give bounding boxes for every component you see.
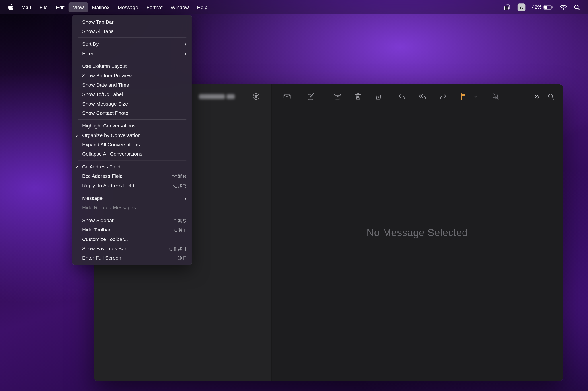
checkmark-icon: ✓ bbox=[73, 164, 82, 170]
checkmark-icon: ✓ bbox=[73, 133, 82, 138]
chevron-down-icon bbox=[473, 94, 478, 99]
reply-icon bbox=[397, 92, 406, 101]
status-battery-menu[interactable]: 42% bbox=[529, 2, 557, 12]
wifi-icon bbox=[560, 4, 567, 10]
menu-item-sort-by[interactable]: Sort By › bbox=[73, 39, 192, 49]
flag-icon bbox=[459, 92, 467, 100]
shortcut-key: F bbox=[183, 255, 186, 261]
status-layers-menu[interactable] bbox=[500, 2, 514, 12]
reply-all-icon bbox=[418, 92, 426, 101]
redacted-mailbox-name bbox=[199, 94, 225, 99]
menu-separator bbox=[79, 160, 186, 161]
menu-separator bbox=[79, 119, 186, 120]
empty-state-text: No Message Selected bbox=[367, 227, 468, 238]
menu-item-show-all-tabs[interactable]: Show All Tabs bbox=[73, 27, 192, 36]
message-view-pane: No Message Selected bbox=[271, 85, 563, 381]
menu-item-show-contact-photo[interactable]: Show Contact Photo bbox=[73, 108, 192, 118]
junk-icon bbox=[374, 92, 382, 100]
shortcut-label: ⌥⌘R bbox=[171, 183, 186, 189]
menu-item-organize-by-conversation[interactable]: ✓ Organize by Conversation bbox=[73, 131, 192, 140]
get-mail-button[interactable] bbox=[282, 92, 292, 101]
reply-all-button[interactable] bbox=[418, 92, 427, 101]
menu-item-highlight-conversations[interactable]: Highlight Conversations bbox=[73, 121, 192, 131]
envelope-icon bbox=[282, 92, 291, 101]
menu-item-filter[interactable]: Filter › bbox=[73, 49, 192, 58]
menu-item-cc-address-field[interactable]: ✓ Cc Address Field bbox=[73, 162, 192, 171]
input-source-icon: A bbox=[517, 3, 525, 11]
layers-icon bbox=[504, 3, 511, 11]
double-chevron-icon bbox=[533, 93, 541, 100]
apple-logo-icon bbox=[8, 4, 13, 10]
menu-item-enter-full-screen[interactable]: Enter Full Screen F bbox=[73, 253, 192, 263]
menu-item-reply-to-address-field[interactable]: Reply-To Address Field ⌥⌘R bbox=[73, 181, 192, 190]
shortcut-label: ⌥⇧⌘H bbox=[167, 246, 186, 252]
menu-item-show-date-and-time[interactable]: Show Date and Time bbox=[73, 80, 192, 90]
flag-options-button[interactable] bbox=[472, 92, 479, 101]
delete-button[interactable] bbox=[353, 92, 363, 101]
menu-item-customize-toolbar[interactable]: Customize Toolbar... bbox=[73, 234, 192, 244]
menu-item-show-sidebar[interactable]: Show Sidebar ⌃⌘S bbox=[73, 216, 192, 225]
desktop: Mail File Edit View Mailbox Message Form… bbox=[0, 0, 588, 391]
redacted-mailbox-name bbox=[226, 94, 235, 99]
reply-button[interactable] bbox=[397, 92, 407, 101]
menu-separator bbox=[79, 192, 186, 192]
menu-item-show-favorites-bar[interactable]: Show Favorites Bar ⌥⇧⌘H bbox=[73, 244, 192, 253]
menu-item-hide-toolbar[interactable]: Hide Toolbar ⌥⌘T bbox=[73, 225, 192, 234]
menu-view[interactable]: View bbox=[69, 2, 88, 12]
menu-item-collapse-all-conversations[interactable]: Collapse All Conversations bbox=[73, 149, 192, 159]
menu-file[interactable]: File bbox=[35, 2, 52, 12]
junk-button[interactable] bbox=[374, 92, 383, 101]
menu-help[interactable]: Help bbox=[193, 2, 212, 12]
menu-bar-status: A 42% bbox=[500, 2, 588, 12]
shortcut-label: ⌥⌘T bbox=[172, 227, 186, 233]
menu-item-expand-all-conversations[interactable]: Expand All Conversations bbox=[73, 140, 192, 149]
globe-icon bbox=[177, 256, 182, 260]
menu-mail[interactable]: Mail bbox=[17, 2, 35, 12]
apple-menu[interactable] bbox=[4, 4, 17, 10]
menu-item-show-message-size[interactable]: Show Message Size bbox=[73, 99, 192, 108]
menu-window[interactable]: Window bbox=[167, 2, 193, 12]
shortcut-label: ⌃⌘S bbox=[173, 217, 186, 223]
menu-separator bbox=[79, 60, 186, 60]
submenu-chevron-icon: › bbox=[184, 195, 186, 201]
menu-item-hide-related-messages: Hide Related Messages bbox=[73, 203, 192, 212]
view-dropdown-menu: Show Tab Bar Show All Tabs Sort By › Fil… bbox=[73, 15, 192, 265]
menu-item-show-tab-bar[interactable]: Show Tab Bar bbox=[73, 17, 192, 27]
filter-button[interactable] bbox=[251, 92, 261, 101]
status-wifi-menu[interactable] bbox=[557, 2, 571, 12]
menu-bar-left: Mail File Edit View Mailbox Message Form… bbox=[0, 2, 212, 12]
search-icon bbox=[547, 93, 555, 100]
archive-button[interactable] bbox=[333, 92, 342, 101]
submenu-chevron-icon: › bbox=[184, 51, 186, 57]
filter-icon bbox=[252, 92, 260, 100]
menu-separator bbox=[79, 37, 186, 38]
menu-edit[interactable]: Edit bbox=[52, 2, 69, 12]
menu-format[interactable]: Format bbox=[143, 2, 167, 12]
shortcut-label: F bbox=[177, 255, 186, 261]
menu-item-bcc-address-field[interactable]: Bcc Address Field ⌥⌘B bbox=[73, 172, 192, 181]
status-spotlight-menu[interactable] bbox=[570, 2, 583, 12]
search-button[interactable] bbox=[546, 92, 556, 101]
battery-percent: 42% bbox=[532, 4, 541, 10]
toolbar-overflow-button[interactable] bbox=[532, 92, 542, 101]
menu-item-message[interactable]: Message › bbox=[73, 194, 192, 203]
bell-slash-icon bbox=[492, 92, 500, 100]
compose-icon bbox=[306, 92, 315, 101]
battery-icon bbox=[543, 5, 553, 9]
menu-separator bbox=[79, 214, 186, 214]
menu-message[interactable]: Message bbox=[114, 2, 143, 12]
trash-icon bbox=[354, 92, 362, 100]
mute-button[interactable] bbox=[491, 92, 501, 101]
submenu-chevron-icon: › bbox=[184, 41, 186, 47]
menu-bar: Mail File Edit View Mailbox Message Form… bbox=[0, 0, 588, 14]
menu-item-show-to-cc-label[interactable]: Show To/Cc Label bbox=[73, 90, 192, 99]
menu-mailbox[interactable]: Mailbox bbox=[88, 2, 114, 12]
menu-item-use-column-layout[interactable]: Use Column Layout bbox=[73, 62, 192, 71]
menu-item-show-bottom-preview[interactable]: Show Bottom Preview bbox=[73, 71, 192, 80]
forward-button[interactable] bbox=[438, 92, 448, 101]
shortcut-label: ⌥⌘B bbox=[171, 173, 186, 179]
flag-button[interactable] bbox=[459, 92, 468, 101]
archive-icon bbox=[334, 92, 342, 100]
status-input-source-menu[interactable]: A bbox=[514, 2, 529, 12]
compose-button[interactable] bbox=[306, 92, 315, 101]
